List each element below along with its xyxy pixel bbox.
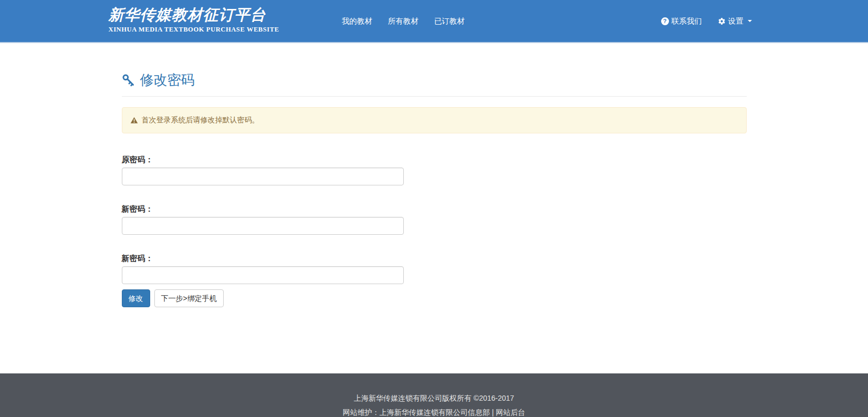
form-group-new-password: 新密码：	[122, 204, 747, 235]
alert-text: 首次登录系统后请修改掉默认密码。	[142, 116, 259, 125]
key-icon	[122, 74, 135, 87]
nav-item-settings-dropdown[interactable]: 设置	[710, 0, 760, 42]
navbar-container: 新华传媒教材征订平台 XINHUA MEDIA TEXTBOOK PURCHAS…	[109, 0, 760, 42]
form-group-confirm-password: 新密码：	[122, 253, 747, 284]
settings-label: 设置	[728, 16, 744, 26]
main-nav: 我的教材 所有教材 已订教材	[334, 0, 473, 42]
form-buttons: 修改 下一步>绑定手机	[122, 289, 747, 307]
confirm-password-label: 新密码：	[122, 253, 747, 264]
footer-copyright: 上海新华传媒连锁有限公司版权所有 ©2016-2017	[0, 391, 868, 405]
page-title: 修改密码	[140, 71, 195, 88]
question-circle-icon: ?	[661, 17, 669, 25]
change-password-form: 原密码： 新密码： 新密码： 修改 下一步>绑定手机	[122, 154, 747, 307]
brand-subtitle: XINHUA MEDIA TEXTBOOK PURCHASE WEBSITE	[109, 25, 279, 34]
footer-maintenance-line: 网站维护：上海新华传媒连锁有限公司信息部 | 网站后台	[0, 405, 868, 417]
nav-item-ordered-textbooks[interactable]: 已订教材	[426, 0, 473, 42]
old-password-input[interactable]	[122, 168, 404, 185]
footer-maintenance-text: 网站维护：上海新华传媒连锁有限公司信息部 |	[343, 408, 496, 416]
first-login-alert: 首次登录系统后请修改掉默认密码。	[122, 107, 747, 133]
confirm-password-input[interactable]	[122, 266, 404, 284]
submit-change-button[interactable]: 修改	[122, 289, 150, 307]
nav-item-contact-us[interactable]: ? 联系我们	[653, 0, 710, 42]
next-step-bind-phone-button[interactable]: 下一步>绑定手机	[154, 289, 224, 307]
nav-item-all-textbooks[interactable]: 所有教材	[380, 0, 426, 42]
new-password-label: 新密码：	[122, 204, 747, 214]
chevron-down-icon	[748, 20, 752, 22]
page-header: 修改密码	[122, 71, 747, 88]
footer-backend-link[interactable]: 网站后台	[496, 408, 525, 416]
brand-logo[interactable]: 新华传媒教材征订平台 XINHUA MEDIA TEXTBOOK PURCHAS…	[109, 0, 279, 42]
contact-us-label: 联系我们	[672, 16, 702, 26]
brand-title: 新华传媒教材征订平台	[109, 4, 279, 25]
old-password-label: 原密码：	[122, 154, 747, 165]
top-navbar: 新华传媒教材征订平台 XINHUA MEDIA TEXTBOOK PURCHAS…	[0, 0, 868, 43]
nav-spacer	[473, 0, 653, 42]
nav-item-my-textbooks[interactable]: 我的教材	[334, 0, 380, 42]
warning-triangle-icon	[130, 117, 138, 124]
form-group-old-password: 原密码：	[122, 154, 747, 185]
main-content: 修改密码 首次登录系统后请修改掉默认密码。 原密码： 新密码： 新密码：	[0, 43, 868, 373]
gear-icon	[718, 17, 726, 25]
content-container: 修改密码 首次登录系统后请修改掉默认密码。 原密码： 新密码： 新密码：	[122, 71, 747, 307]
title-divider	[122, 96, 747, 97]
right-nav: ? 联系我们 设置	[653, 0, 760, 42]
new-password-input[interactable]	[122, 217, 404, 235]
page-footer: 上海新华传媒连锁有限公司版权所有 ©2016-2017 网站维护：上海新华传媒连…	[0, 373, 868, 417]
